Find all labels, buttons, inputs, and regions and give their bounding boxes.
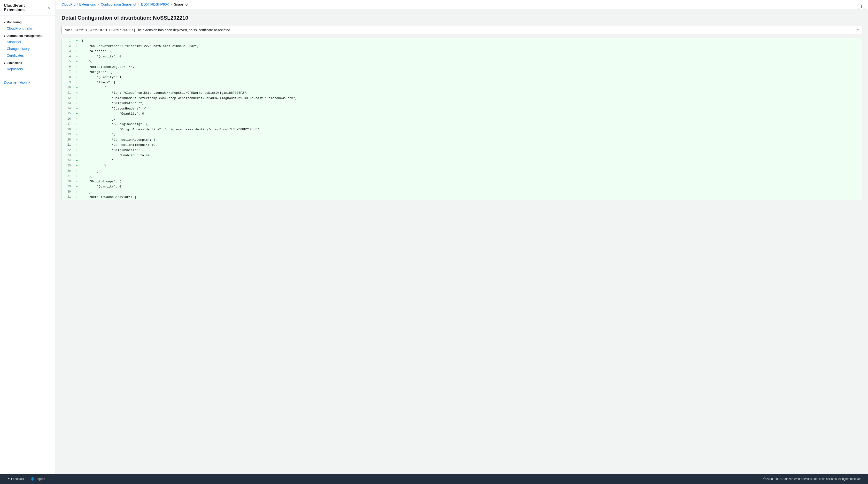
line-code: "Quantity": 0 (80, 111, 862, 117)
documentation-link[interactable]: Documentation ↗ (4, 81, 52, 84)
line-marker: + (74, 64, 80, 70)
line-code: "Origins": { (80, 69, 862, 75)
line-number: 16 (62, 117, 74, 122)
line-code: "DomainName": "cfextsampleworkshop-websi… (80, 96, 862, 101)
table-row: 28 + "OriginGroups": { (62, 179, 862, 184)
line-code: }, (80, 132, 862, 138)
line-code: }, (80, 117, 862, 122)
line-marker: + (74, 111, 80, 117)
line-marker: + (74, 122, 80, 127)
line-number: 9 (62, 80, 74, 85)
line-marker: + (74, 49, 80, 54)
line-number: 8 (62, 75, 74, 80)
line-code: }, (80, 189, 862, 195)
line-marker: + (74, 184, 80, 189)
line-number: 27 (62, 174, 74, 179)
line-code: "DefaultCacheBehavior": { (80, 194, 862, 200)
table-row: 24 + } (62, 158, 862, 163)
feedback-button[interactable]: ⚑ Feedback (6, 476, 25, 482)
line-marker: + (74, 96, 80, 101)
chevron-down-icon: ▾ (4, 21, 5, 24)
table-row: 30 + }, (62, 189, 862, 195)
table-row: 22 + "OriginShield": { (62, 148, 862, 153)
breadcrumb-configuration-snapshot[interactable]: Configuration Snapshot (101, 2, 136, 6)
sidebar-item-certificates[interactable]: Certificates (0, 52, 56, 59)
table-row: 8 + "Quantity": 1, (62, 75, 862, 80)
sidebar-section-monitoring[interactable]: ▾ Monitoring (0, 18, 56, 25)
line-code: }, (80, 59, 862, 64)
line-code: "Quantity": 0 (80, 54, 862, 59)
line-code: "OriginGroups": { (80, 179, 862, 184)
info-icon: ℹ (861, 5, 862, 8)
line-code: "CustomHeaders": { (80, 106, 862, 112)
table-row: 19 + }, (62, 132, 862, 138)
page-body: Detail Configuration of distribution: No… (56, 9, 868, 474)
line-marker: + (74, 163, 80, 169)
line-marker: + (74, 38, 80, 43)
table-row: 27 + }, (62, 174, 862, 179)
footer: ⚑ Feedback 🌐 English © 2008 -2022, Amazo… (0, 474, 868, 484)
sidebar-title: CloudFront Extensions (4, 3, 46, 12)
line-marker: + (74, 179, 80, 184)
line-marker: + (74, 174, 80, 179)
code-viewer: 1 + { 2 + "CallerReference": "e1ced1b1-2… (62, 38, 862, 200)
line-number: 29 (62, 184, 74, 189)
sidebar-close-button[interactable]: × (46, 5, 52, 11)
breadcrumb-sep-1: › (98, 3, 99, 6)
table-row: 31 + "DefaultCacheBehavior": { (62, 194, 862, 200)
line-marker: + (74, 143, 80, 148)
line-code: "DefaultRootObject": "", (80, 64, 862, 70)
breadcrumb-current: Snapshot (174, 2, 188, 6)
sidebar-item-snapshot[interactable]: Snapshot (0, 38, 56, 45)
line-number: 4 (62, 54, 74, 59)
sidebar-nav: ▾ Monitoring CloudFront traffic ▾ Distri… (0, 16, 56, 474)
table-row: 18 + "OriginAccessIdentity": "origin-acc… (62, 127, 862, 132)
footer-left: ⚑ Feedback 🌐 English (6, 476, 46, 482)
line-code: "Aliases": { (80, 49, 862, 54)
line-number: 10 (62, 85, 74, 91)
info-button[interactable]: ℹ (858, 3, 865, 10)
sidebar-item-cloudfront-traffic[interactable]: CloudFront traffic (0, 25, 56, 32)
sidebar-section-distribution-management[interactable]: ▾ Distribution management (0, 32, 56, 38)
line-code: ] (80, 169, 862, 174)
breadcrumb-distribution-id[interactable]: ED0TIRDGHP90K (141, 2, 169, 6)
line-number: 22 (62, 148, 74, 153)
line-number: 30 (62, 189, 74, 195)
line-code: "S3OriginConfig": { (80, 122, 862, 127)
line-code: "Quantity": 1, (80, 75, 862, 80)
line-marker: + (74, 158, 80, 163)
table-row: 13 + "OriginPath": "", (62, 101, 862, 106)
line-number: 12 (62, 96, 74, 101)
table-row: 15 + "Quantity": 0 (62, 111, 862, 117)
line-marker: + (74, 189, 80, 195)
snapshot-selector-wrapper: NoSSL202210 | 2022-10-19 09:26:57.744807… (62, 26, 862, 34)
line-number: 25 (62, 163, 74, 169)
breadcrumb-cloudfront-extensions[interactable]: CloudFront Extensions (62, 2, 96, 6)
table-row: 12 + "DomainName": "cfextsampleworkshop-… (62, 96, 862, 101)
table-row: 16 + }, (62, 117, 862, 122)
line-code: "ConnectionTimeout": 10, (80, 143, 862, 148)
language-button[interactable]: 🌐 English (29, 476, 46, 482)
line-marker: + (74, 132, 80, 138)
sidebar-section-extensions[interactable]: ▾ Extensions (0, 59, 56, 66)
line-code: }, (80, 174, 862, 179)
table-row: 4 + "Quantity": 0 (62, 54, 862, 59)
line-code: "OriginShield": { (80, 148, 862, 153)
snapshot-selector[interactable]: NoSSL202210 | 2022-10-19 09:26:57.744807… (62, 26, 862, 34)
sidebar-item-change-history[interactable]: Change history (0, 45, 56, 52)
sidebar: CloudFront Extensions × ▾ Monitoring Clo… (0, 0, 56, 474)
line-marker: + (74, 127, 80, 132)
line-marker: + (74, 59, 80, 64)
line-code: { (80, 85, 862, 91)
table-row: 20 + "ConnectionAttempts": 3, (62, 138, 862, 143)
sidebar-item-repository[interactable]: Repository (0, 66, 56, 72)
table-row: 23 + "Enabled": false (62, 153, 862, 158)
line-code: "Id": "CloudFrontExtensionsWorkshopStack… (80, 90, 862, 96)
line-number: 21 (62, 143, 74, 148)
external-link-icon: ↗ (28, 81, 31, 84)
table-row: 5 + }, (62, 59, 862, 64)
line-number: 18 (62, 127, 74, 132)
line-code: "CallerReference": "e1ced1b1-2275-bdf5-a… (80, 43, 862, 49)
line-number: 5 (62, 59, 74, 64)
breadcrumb: CloudFront Extensions › Configuration Sn… (56, 0, 868, 9)
